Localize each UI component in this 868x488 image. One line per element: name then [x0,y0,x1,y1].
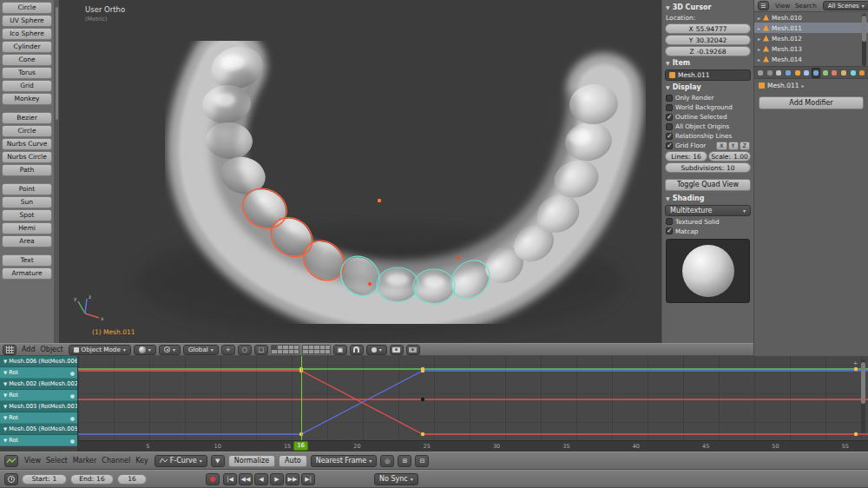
toolshelf-button[interactable]: Ico Sphere [2,28,52,40]
checkbox-row[interactable]: World Background [662,102,753,112]
dental-model[interactable] [59,0,661,343]
toolshelf-button[interactable]: Spot [2,209,52,221]
channel-row[interactable]: ▼ Rot ● [0,412,77,424]
checkbox[interactable] [666,95,673,102]
expand-arrow-icon[interactable]: ▸ [758,46,760,52]
axis-toggle-button[interactable]: X [716,142,727,150]
number-field[interactable]: Scale: 1.00 [708,151,751,162]
texture-icon[interactable] [839,68,848,78]
toolshelf-button[interactable]: Armature [2,267,52,280]
manipulator-translate-button[interactable]: + [221,345,235,355]
toggle-quad-view-button[interactable]: Toggle Quad View [665,179,751,191]
editor-type-button[interactable] [4,473,18,485]
add-modifier-button[interactable]: Add Modifier [759,96,864,109]
keyframe-marker[interactable] [854,432,858,436]
object-icon[interactable] [793,68,802,78]
scrollbar-thumb[interactable] [861,362,865,404]
viewport-3d[interactable]: User Ortho (Metric) (1) Mesh.011 x y z [59,0,661,343]
snap-magnet-button[interactable] [350,345,364,355]
number-field[interactable]: Y 30.32042 [665,35,751,45]
checkbox-row[interactable]: Matcap [662,227,753,236]
jump-to-end-button[interactable]: ▶| [301,473,315,485]
outliner-row[interactable]: ▸ Mesh.012 [754,33,868,43]
paste-keyframes-button[interactable]: ⊟ [415,455,429,467]
outliner-row[interactable]: ▸ Mesh.013 [754,43,868,54]
outliner-display-dropdown[interactable]: All Scenes ▾ [823,1,868,10]
checkbox[interactable] [666,114,673,121]
object-data-icon[interactable] [821,68,830,78]
prev-keyframe-button[interactable]: ◀◀ [239,473,253,485]
checkbox[interactable] [666,133,673,140]
filter-button[interactable]: ▼ [211,455,225,467]
toolshelf-button[interactable]: Path [2,164,52,176]
toolshelf-button[interactable]: Monkey [2,93,52,105]
checkbox-row[interactable]: All Object Origins [662,122,753,131]
next-keyframe-button[interactable]: ▶▶ [286,473,299,485]
ghost-curves-button[interactable]: ◎ [380,455,394,467]
menu-item[interactable]: Channel [99,457,133,465]
number-field[interactable]: Z -0.19268 [665,46,751,56]
number-field[interactable]: Lines: 16 [665,151,707,162]
toolshelf-button[interactable]: Nurbs Circle [2,151,52,163]
current-frame-chip[interactable]: 16 [293,441,308,451]
scrollbar-thumb[interactable] [862,16,866,42]
menu-item[interactable]: Add [19,346,38,353]
matcap-preview[interactable] [666,239,750,303]
graph-mode-dropdown[interactable]: F-Curve ▾ [155,455,207,467]
keyframe-marker[interactable] [421,432,424,436]
toolshelf-button[interactable]: Bezier [2,112,52,124]
fcurve-y-rotation[interactable] [78,371,868,434]
playhead-line[interactable] [301,356,302,440]
toolshelf-button[interactable]: Point [2,183,52,195]
opengl-render-button[interactable] [406,345,420,355]
panel-header-3d-cursor[interactable]: ▼ 3D Cursor [662,2,753,13]
menu-item[interactable]: Object [38,346,66,353]
outliner-row[interactable]: ▸ Mesh.014 [754,54,868,64]
pivot-point-dropdown[interactable]: ▾ [159,345,181,355]
world-icon[interactable] [784,68,792,78]
expand-arrow-icon[interactable]: ▼ [3,392,7,398]
expand-arrow-icon[interactable]: ▸ [758,56,760,63]
checkbox[interactable] [666,142,673,149]
outliner-row[interactable]: ▸ Mesh.010 [754,12,868,23]
render-layers-icon[interactable] [766,68,774,78]
checkbox[interactable] [666,228,673,234]
channel-mute-icon[interactable]: ● [70,438,75,444]
menu-item[interactable]: Key [133,457,151,465]
channel-row[interactable]: ▼ Mesh.003 (RotMesh.003) ● [0,401,77,412]
channel-mute-icon[interactable]: ● [70,370,75,376]
frame-start-field[interactable]: Start: 1 [22,474,67,485]
play-reverse-button[interactable]: ◀ [254,473,268,485]
toolshelf-button[interactable]: Cone [2,54,52,66]
toolshelf-button[interactable]: Torus [2,67,52,79]
auto-snap-dropdown[interactable]: Nearest Frame ▾ [311,455,378,467]
expand-arrow-icon[interactable]: ▼ [3,404,7,409]
channel-row[interactable]: ▼ Mesh.006 (RotMesh.006) ● [0,356,77,367]
outliner-row[interactable]: ▸ Mesh.011 [754,23,868,33]
material-icon[interactable] [830,68,838,78]
render-button[interactable] [390,345,404,355]
expand-arrow-icon[interactable]: ▼ [3,359,7,364]
object-name-field[interactable]: Mesh.011 [665,69,751,81]
jump-to-start-button[interactable]: |◀ [223,473,237,485]
toolshelf-button[interactable]: Circle [2,125,52,137]
channel-row[interactable]: ▼ Rot ● [0,435,77,446]
modifiers-icon[interactable] [812,68,820,78]
constraints-icon[interactable] [802,68,811,78]
copy-keyframes-button[interactable]: ⊞ [398,455,411,467]
manipulator-scale-button[interactable]: □ [254,345,268,355]
scene-icon[interactable] [774,68,783,78]
physics-icon[interactable] [858,68,866,78]
checkbox[interactable] [666,218,673,225]
graph-scrollbar[interactable] [861,359,865,433]
expand-arrow-icon[interactable]: ▼ [3,370,7,375]
snap-element-dropdown[interactable]: ▾ [366,345,387,355]
number-field[interactable]: Subdivisions: 10 [665,162,751,173]
channel-mute-icon[interactable]: ● [70,415,75,421]
transform-orientation-dropdown[interactable]: Global ▾ [183,345,219,355]
checkbox[interactable] [666,104,673,111]
expand-arrow-icon[interactable]: ▼ [3,415,7,420]
menu-item[interactable]: Search [792,2,819,10]
number-field[interactable]: X 55.94777 [665,23,751,34]
lock-to-scene-button[interactable]: ▣ [333,345,347,355]
